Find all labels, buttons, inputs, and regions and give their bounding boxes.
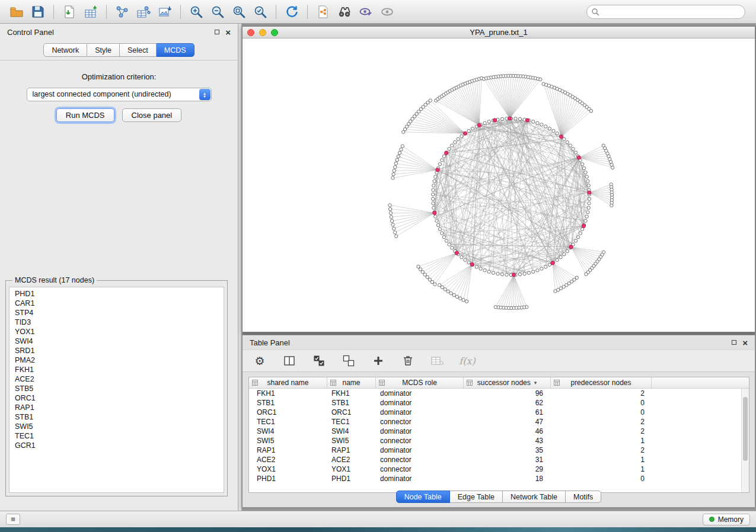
mcds-result-item[interactable]: SRD1	[9, 346, 224, 355]
ring-node[interactable]	[518, 117, 521, 120]
select-all-columns-button[interactable]	[311, 353, 327, 368]
mcds-hub-node[interactable]	[569, 245, 573, 249]
ring-node[interactable]	[451, 144, 454, 147]
ring-node[interactable]	[500, 117, 503, 120]
ring-node[interactable]	[471, 127, 474, 130]
ring-node[interactable]	[445, 239, 448, 242]
close-panel-icon[interactable]: ×	[225, 28, 231, 37]
mcds-hub-node[interactable]	[582, 224, 585, 227]
ring-node[interactable]	[438, 163, 441, 166]
ring-node[interactable]	[514, 117, 517, 120]
ring-node[interactable]	[451, 246, 454, 249]
leaf-node[interactable]	[397, 155, 400, 158]
ring-node[interactable]	[523, 272, 526, 275]
mcds-hub-node[interactable]	[588, 191, 591, 194]
leaf-node[interactable]	[441, 286, 444, 289]
leaf-node[interactable]	[423, 273, 426, 276]
mcds-result-item[interactable]: CAR1	[9, 299, 224, 308]
ring-node[interactable]	[580, 227, 583, 230]
column-header-mcds-role[interactable]: MCDS role	[376, 377, 464, 388]
leaf-node[interactable]	[446, 290, 449, 293]
mcds-hub-node[interactable]	[455, 251, 458, 255]
ring-node[interactable]	[487, 270, 490, 273]
tab-select[interactable]: Select	[120, 43, 157, 57]
mcds-hub-node[interactable]	[525, 118, 529, 122]
leaf-node[interactable]	[459, 297, 462, 300]
collapse-right-icon[interactable]	[238, 271, 241, 275]
column-header-name[interactable]: name	[327, 377, 376, 388]
mcds-hub-node[interactable]	[577, 156, 580, 159]
leaf-node[interactable]	[452, 293, 455, 296]
ring-node[interactable]	[540, 267, 543, 270]
table-settings-button[interactable]: ⚙	[252, 353, 267, 368]
ring-node[interactable]	[584, 219, 587, 222]
leaf-node[interactable]	[401, 145, 404, 148]
ring-node[interactable]	[544, 125, 547, 128]
leaf-node[interactable]	[449, 291, 452, 294]
ring-node[interactable]	[483, 121, 486, 124]
mcds-result-list[interactable]: PHD1CAR1STP4TID3YOX1SWI4SRD1PMA2FKH1ACE2…	[9, 287, 224, 493]
ring-node[interactable]	[448, 243, 451, 246]
ring-node[interactable]	[454, 140, 457, 143]
ring-node[interactable]	[434, 175, 437, 178]
ring-node[interactable]	[584, 171, 587, 174]
toggle-visibility-button[interactable]	[377, 3, 398, 21]
scrollbar-thumb[interactable]	[743, 397, 748, 461]
ring-node[interactable]	[441, 159, 444, 162]
leaf-node[interactable]	[391, 177, 394, 180]
function-builder-button-disabled[interactable]: f(x)	[460, 353, 475, 368]
ring-node[interactable]	[433, 180, 436, 182]
ring-node[interactable]	[505, 273, 508, 276]
table-row[interactable]: SWI5SWI5connector431	[249, 436, 749, 446]
table-row[interactable]: TEC1TEC1connector472	[249, 417, 749, 427]
leaf-node[interactable]	[589, 110, 592, 113]
leaf-node[interactable]	[429, 99, 432, 102]
ring-node[interactable]	[556, 258, 559, 261]
mcds-hub-node[interactable]	[477, 123, 481, 127]
leaf-node[interactable]	[400, 148, 403, 151]
ring-node[interactable]	[442, 236, 445, 239]
leaf-node[interactable]	[438, 284, 441, 287]
deselect-all-columns-button[interactable]	[341, 353, 356, 368]
create-column-button[interactable]	[371, 353, 386, 368]
float-table-panel-icon[interactable]	[732, 340, 736, 345]
ring-node[interactable]	[586, 180, 589, 182]
mcds-result-item[interactable]: PHD1	[9, 289, 224, 299]
criterion-dropdown[interactable]: largest connected component (undirected)…	[27, 88, 212, 101]
search-input[interactable]	[586, 5, 745, 19]
export-image-button[interactable]	[154, 3, 176, 21]
mcds-result-item[interactable]: SWI5	[9, 422, 224, 431]
leaf-node[interactable]	[395, 235, 398, 238]
leaf-node[interactable]	[433, 283, 436, 286]
search-network-button[interactable]	[334, 3, 355, 21]
leaf-node[interactable]	[398, 151, 401, 154]
network-canvas[interactable]	[243, 39, 755, 332]
mcds-result-item[interactable]: ORC1	[9, 393, 224, 403]
network-window-titlebar[interactable]: YPA_prune.txt_1	[243, 27, 755, 39]
zoom-fit-button[interactable]	[228, 3, 250, 21]
tab-edge-table[interactable]: Edge Table	[450, 491, 503, 503]
ring-node[interactable]	[579, 232, 582, 235]
leaf-node[interactable]	[394, 162, 397, 165]
export-document-button[interactable]	[312, 3, 334, 21]
mcds-hub-node[interactable]	[445, 151, 448, 155]
ring-node[interactable]	[532, 270, 535, 273]
mcds-hub-node[interactable]	[560, 135, 563, 139]
ring-node[interactable]	[556, 132, 559, 135]
mcds-result-item[interactable]: STB1	[9, 412, 224, 422]
ring-node[interactable]	[563, 253, 566, 256]
ring-node[interactable]	[438, 227, 441, 230]
mcds-hub-node[interactable]	[508, 117, 512, 120]
column-header-successor-nodes[interactable]: successor nodes ▾	[464, 377, 551, 388]
mcds-hub-node[interactable]	[433, 211, 436, 214]
table-row[interactable]: YOX1YOX1connector291	[249, 464, 749, 474]
ring-node[interactable]	[432, 184, 435, 187]
leaf-node[interactable]	[391, 223, 394, 226]
leaf-node[interactable]	[395, 158, 398, 161]
mcds-result-item[interactable]: GCR1	[9, 441, 224, 450]
close-panel-button[interactable]: Close panel	[122, 108, 182, 122]
mcds-result-item[interactable]: PMA2	[9, 355, 224, 365]
mcds-result-item[interactable]: ACE2	[9, 374, 224, 384]
table-row[interactable]: PHD1PHD1dominator180	[249, 474, 749, 483]
leaf-node[interactable]	[444, 288, 446, 291]
